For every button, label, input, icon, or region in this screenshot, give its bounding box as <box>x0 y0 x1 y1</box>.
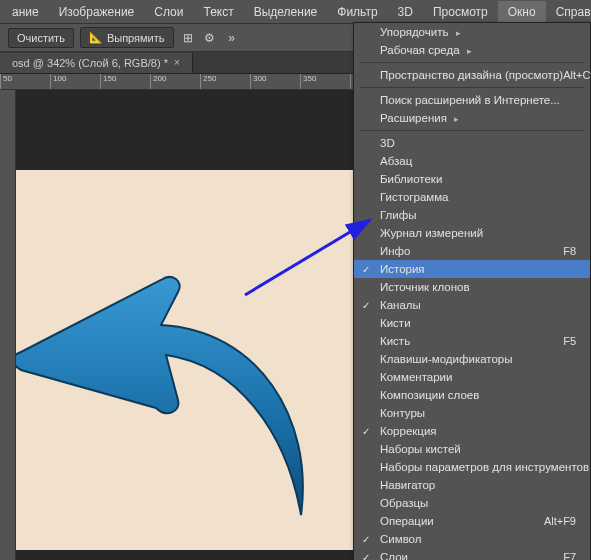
menu-entry[interactable]: Пространство дизайна (просмотр)Alt+Ctrl+… <box>354 66 590 84</box>
menu-entry-label: Абзац <box>380 155 412 167</box>
chevron-right-icon: ▸ <box>467 46 472 56</box>
menu-separator <box>360 62 584 63</box>
ruler-tick: 250 <box>200 74 250 89</box>
menu-entry[interactable]: Наборы кистей <box>354 440 590 458</box>
menu-item[interactable]: Просмотр <box>423 1 498 23</box>
menu-entry[interactable]: Комментарии <box>354 368 590 386</box>
menu-entry[interactable]: КистьF5 <box>354 332 590 350</box>
overflow-icon[interactable]: » <box>224 30 240 46</box>
ruler-tick: 300 <box>250 74 300 89</box>
check-icon: ✓ <box>362 426 370 437</box>
menu-entry[interactable]: ОперацииAlt+F9 <box>354 512 590 530</box>
menu-item[interactable]: ание <box>2 1 49 23</box>
grid-icon[interactable]: ⊞ <box>180 30 196 46</box>
shortcut-hint: F8 <box>563 245 576 257</box>
menu-entry-label: 3D <box>380 137 395 149</box>
ruler-tick: 50 <box>0 74 50 89</box>
menu-item[interactable]: 3D <box>388 1 423 23</box>
menu-separator <box>360 87 584 88</box>
menu-entry-label: Расширения ▸ <box>380 112 459 124</box>
menubar: аниеИзображениеСлоиТекстВыделениеФильтр3… <box>0 0 591 24</box>
menu-item[interactable]: Слои <box>144 1 193 23</box>
menu-entry[interactable]: ✓История <box>354 260 590 278</box>
menu-entry[interactable]: Образцы <box>354 494 590 512</box>
menu-separator <box>360 130 584 131</box>
clear-button[interactable]: Очистить <box>8 28 74 48</box>
chevron-right-icon: ▸ <box>456 28 461 38</box>
chevron-right-icon: ▸ <box>454 114 459 124</box>
menu-entry[interactable]: ИнфоF8 <box>354 242 590 260</box>
menu-entry-label: Навигатор <box>380 479 435 491</box>
menu-entry[interactable]: Расширения ▸ <box>354 109 590 127</box>
ruler-vertical[interactable] <box>0 90 16 560</box>
menu-entry-label: Наборы кистей <box>380 443 461 455</box>
menu-entry[interactable]: Рабочая среда ▸ <box>354 41 590 59</box>
shortcut-hint: Alt+F9 <box>544 515 576 527</box>
shortcut-hint: F5 <box>563 335 576 347</box>
menu-entry[interactable]: Наборы параметров для инструментов <box>354 458 590 476</box>
menu-entry[interactable]: ✓Символ <box>354 530 590 548</box>
menu-entry-label: Образцы <box>380 497 428 509</box>
menu-entry-label: Коррекция <box>380 425 437 437</box>
check-icon: ✓ <box>362 300 370 311</box>
menu-item[interactable]: Окно <box>498 1 546 23</box>
menu-entry-label: Инфо <box>380 245 410 257</box>
menu-entry-label: Каналы <box>380 299 421 311</box>
ruler-tick: 150 <box>100 74 150 89</box>
menu-entry-label: Комментарии <box>380 371 452 383</box>
window-menu-dropdown: Упорядочить ▸Рабочая среда ▸Пространство… <box>353 22 591 560</box>
menu-entry[interactable]: Клавиши-модификаторы <box>354 350 590 368</box>
menu-entry[interactable]: Абзац <box>354 152 590 170</box>
document-tab[interactable]: osd @ 342% (Слой 6, RGB/8) * × <box>0 53 193 73</box>
menu-entry[interactable]: Глифы <box>354 206 590 224</box>
menu-entry[interactable]: ✓Каналы <box>354 296 590 314</box>
menu-entry-label: Глифы <box>380 209 416 221</box>
straighten-button[interactable]: 📐 Выпрямить <box>80 27 174 48</box>
menu-entry-label: Пространство дизайна (просмотр) <box>380 69 563 81</box>
menu-entry[interactable]: Навигатор <box>354 476 590 494</box>
menu-entry[interactable]: Источник клонов <box>354 278 590 296</box>
check-icon: ✓ <box>362 552 370 561</box>
menu-entry[interactable]: Контуры <box>354 404 590 422</box>
menu-entry-label: Наборы параметров для инструментов <box>380 461 589 473</box>
artboard <box>16 170 376 550</box>
ruler-tick: 200 <box>150 74 200 89</box>
straighten-label: Выпрямить <box>107 32 165 44</box>
menu-item[interactable]: Справка <box>546 1 591 23</box>
shortcut-hint: F7 <box>563 551 576 560</box>
menu-entry-label: Журнал измерений <box>380 227 483 239</box>
ruler-tick: 100 <box>50 74 100 89</box>
menu-entry[interactable]: Библиотеки <box>354 170 590 188</box>
document-tab-label: osd @ 342% (Слой 6, RGB/8) * <box>12 57 168 69</box>
menu-entry-label: Кисти <box>380 317 411 329</box>
menu-entry[interactable]: Кисти <box>354 314 590 332</box>
menu-entry-label: Кисть <box>380 335 410 347</box>
arrow-shape <box>16 270 336 530</box>
menu-entry[interactable]: Упорядочить ▸ <box>354 23 590 41</box>
menu-entry[interactable]: Поиск расширений в Интернете... <box>354 91 590 109</box>
ruler-icon: 📐 <box>89 31 103 44</box>
menu-entry-label: Гистограмма <box>380 191 448 203</box>
menu-entry-label: История <box>380 263 425 275</box>
menu-entry-label: Рабочая среда ▸ <box>380 44 472 56</box>
menu-entry[interactable]: Журнал измерений <box>354 224 590 242</box>
gear-icon[interactable]: ⚙ <box>202 30 218 46</box>
check-icon: ✓ <box>362 264 370 275</box>
menu-item[interactable]: Изображение <box>49 1 145 23</box>
menu-item[interactable]: Текст <box>193 1 243 23</box>
menu-entry-label: Библиотеки <box>380 173 442 185</box>
menu-entry[interactable]: Гистограмма <box>354 188 590 206</box>
menu-entry-label: Композиции слоев <box>380 389 479 401</box>
close-icon[interactable]: × <box>174 57 180 68</box>
menu-entry[interactable]: 3D <box>354 134 590 152</box>
menu-entry-label: Клавиши-модификаторы <box>380 353 513 365</box>
menu-item[interactable]: Выделение <box>244 1 328 23</box>
menu-entry-label: Слои <box>380 551 408 560</box>
menu-entry-label: Символ <box>380 533 421 545</box>
menu-item[interactable]: Фильтр <box>327 1 387 23</box>
menu-entry[interactable]: ✓Коррекция <box>354 422 590 440</box>
check-icon: ✓ <box>362 534 370 545</box>
menu-entry[interactable]: Композиции слоев <box>354 386 590 404</box>
menu-entry-label: Операции <box>380 515 434 527</box>
menu-entry[interactable]: ✓СлоиF7 <box>354 548 590 560</box>
